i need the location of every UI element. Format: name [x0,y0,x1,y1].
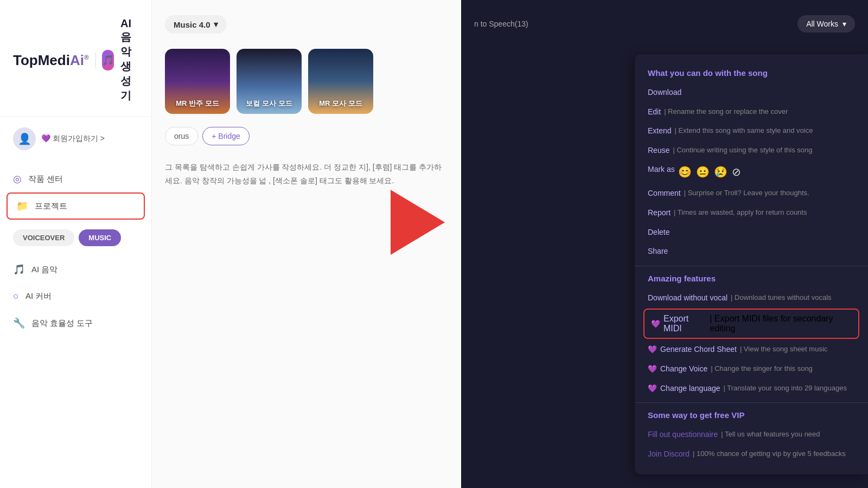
emoji-none-icon[interactable]: ⊘ [732,164,741,179]
mode-card-bg-1: MR 반주 모드 [165,49,230,114]
right-panel-header: n to Speech(13) All Works ▾ [461,0,868,41]
ai-cover-icon: ○ [13,291,19,302]
context-item-questionnaire[interactable]: Fill out questionnaire | Tell us what fe… [635,425,868,445]
works-filter[interactable]: All Works ▾ [797,15,855,33]
context-item-extend[interactable]: Extend | Extend this song with same styl… [635,121,868,141]
sidebar-item-project[interactable]: 📁 프로젝트 [7,192,145,220]
works-icon: ◎ [13,173,22,185]
context-item-change-language[interactable]: 💜 Change language | Translate your song … [635,379,868,399]
logo-reg: ® [84,54,89,61]
report-label: Report [648,208,671,219]
extend-desc: | Extend this song with same style and v… [675,126,813,136]
emoji-happy-icon[interactable]: 😊 [678,164,692,179]
red-arrow-icon [391,190,445,255]
mark-as-label: Mark as [648,164,675,175]
context-item-report[interactable]: Report | Times are wasted, apply for ret… [635,203,868,223]
context-item-download[interactable]: Download [635,83,868,102]
context-item-change-voice[interactable]: 💜 Change Voice | Change the singer for t… [635,359,868,379]
nav-items: ◎ 작품 센터 📁 프로젝트 [0,161,151,224]
mode-label-3: MR 모사 모드 [319,99,362,108]
chorus-tag[interactable]: orus [165,127,198,145]
chord-sheet-label: Generate Chord Sheet [660,344,737,355]
context-item-delete[interactable]: Delete [635,223,868,242]
sidebar-item-label: 음악 효율성 도구 [31,318,93,329]
chorus-label: orus [174,132,189,140]
context-menu: What you can do with the song Download E… [635,54,868,474]
logo-area: TopMediAi® 🎵 AI 음악 생성기 [0,0,151,117]
menu-divider-2 [635,402,868,403]
sidebar-item-ai-cover[interactable]: ○ AI 커버 [0,283,151,310]
extend-label: Extend [648,126,672,137]
arrow-area [391,190,445,255]
gem-icon-lang: 💜 [648,383,657,394]
comment-label: Comment [648,188,681,199]
sidebar-item-label: AI 음악 [31,265,58,275]
edit-label: Edit [648,107,661,118]
version-selector[interactable]: Music 4.0 ▾ [165,15,227,34]
share-label: Share [648,246,668,257]
ai-music-icon: 🎵 [13,264,25,275]
gem-icon-midi: 💜 [651,319,660,328]
report-desc: | Times are wasted, apply for return cou… [674,208,807,217]
reuse-label: Reuse [648,145,669,156]
delete-label: Delete [648,227,669,238]
change-voice-label: Change Voice [660,364,707,375]
export-midi-desc: | Export MIDI files for secondary editin… [710,314,852,333]
change-language-desc: | Translate your song into 29 languages [724,383,847,393]
user-area: 👤 💜 회원가입하기 > [0,117,151,161]
change-voice-desc: | Change the singer for this song [711,364,813,374]
context-item-comment[interactable]: Comment | Surprise or Troll? Leave your … [635,184,868,203]
questionnaire-label: Fill out questionnaire [648,429,718,440]
sidebar-item-label: AI 커버 [25,291,52,301]
context-item-download-vocal[interactable]: Download without vocal | Download tunes … [635,288,868,308]
music-note-icon: 🎵 [102,54,114,66]
context-item-export-midi[interactable]: 💜 Export MIDI | Export MIDI files for se… [643,309,859,339]
discord-desc: | 100% chance of getting vip by give 5 f… [693,449,846,459]
structure-tags: orus + Bridge [152,120,461,152]
voiceover-tab[interactable]: VOICEOVER [13,229,74,246]
context-section3-title: Some way to get free VIP [635,407,868,425]
signup-link[interactable]: 💜 회원가입하기 > [41,134,105,144]
bottom-nav-items: 🎵 AI 음악 ○ AI 커버 🔧 음악 효율성 도구 [0,252,151,341]
context-item-mark-as[interactable]: Mark as 😊 😐 😢 ⊘ [635,160,868,184]
context-item-reuse[interactable]: Reuse | Continue writing using the style… [635,141,868,160]
context-item-edit[interactable]: Edit | Rename the song or replace the co… [635,102,868,122]
bridge-label: + Bridge [212,132,240,140]
edit-desc: | Rename the song or replace the cover [664,107,788,117]
context-item-discord[interactable]: Join Discord | 100% chance of getting vi… [635,445,868,464]
mode-label-2: 보컬 모사 모드 [246,99,292,108]
chevron-down-icon: ▾ [214,20,218,29]
mode-card-vocal[interactable]: 보컬 모사 모드 [237,49,302,114]
right-panel: n to Speech(13) All Works ▾ What you can… [461,0,868,488]
mode-card-mr-copy[interactable]: MR 모사 모드 [308,49,373,114]
download-vocal-label: Download without vocal [648,293,727,304]
sidebar-item-label: 프로젝트 [35,201,67,211]
bridge-tag[interactable]: + Bridge [202,127,250,145]
context-item-chord-sheet[interactable]: 💜 Generate Chord Sheet | View the song s… [635,340,868,359]
sidebar-item-label: 작품 센터 [28,174,63,184]
user-icon: 👤 [18,132,31,145]
change-language-label: Change language [660,383,720,394]
sidebar-item-works-center[interactable]: ◎ 작품 센터 [0,165,151,192]
lyrics-text: 그 목록을 탐색하고 손쉽게 가사를 작성하세요. 더 정교한 지], [후렴]… [165,163,442,185]
mode-card-mr[interactable]: MR 반주 모드 [165,49,230,114]
download-vocal-desc: | Download tunes without vocals [731,293,831,303]
works-filter-label: All Works [806,20,838,28]
comment-desc: | Surprise or Troll? Leave your thoughts… [684,188,809,198]
mode-label-1: MR 반주 모드 [176,99,219,108]
questionnaire-desc: | Tell us what features you need [721,429,820,439]
speech-btn[interactable]: n to Speech(13) [474,20,528,28]
sidebar-item-ai-music[interactable]: 🎵 AI 음악 [0,256,151,283]
export-midi-label: Export MIDI [663,314,706,333]
emoji-sad-icon[interactable]: 😢 [714,164,727,179]
project-icon: 📁 [16,200,28,212]
filter-chevron-icon: ▾ [843,20,846,28]
discord-label: Join Discord [648,449,690,460]
emoji-neutral-icon[interactable]: 😐 [696,164,710,179]
context-item-share[interactable]: Share [635,242,868,261]
music-tab[interactable]: MUSIC [79,229,121,246]
context-section2-title: Amazing features [635,271,868,288]
sidebar-item-tools[interactable]: 🔧 음악 효율성 도구 [0,310,151,337]
gem-icon-voice: 💜 [648,364,657,375]
emoji-row: 😊 😐 😢 ⊘ [678,164,741,179]
